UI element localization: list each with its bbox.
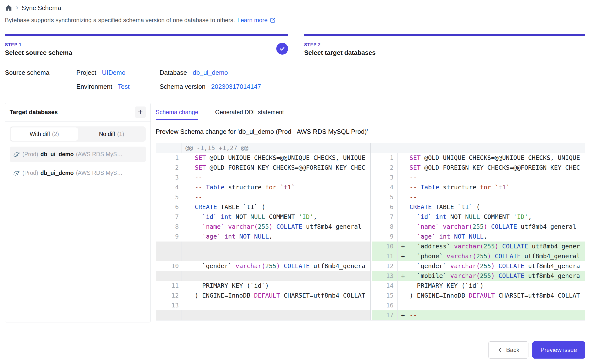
project-link[interactable]: UIDemo (102, 69, 125, 76)
code-line: `age` int NOT NULL, (398, 232, 585, 242)
line-number: 9 (157, 232, 183, 242)
code-line: `gender` varchar(255) COLLATE utf8mb4_ge… (183, 261, 370, 271)
tab-no-diff[interactable]: No diff (1) (78, 127, 145, 141)
diff-code-row: 4-- Table structure for `t1` (371, 182, 585, 192)
project-field-name: Project (76, 69, 96, 76)
database-link[interactable]: db_ui_demo (193, 69, 228, 76)
code-line: `name` varchar(255) COLLATE utf8mb4_gene… (398, 222, 585, 232)
code-line: -- Table structure for `t1` (398, 182, 585, 192)
code-line: SET @OLD_FOREIGN_KEY_CHECKS=@@FOREIGN_KE… (398, 163, 585, 173)
line-number: 1 (372, 153, 398, 163)
target-databases-panel: Target databases + With diff (2) No diff… (5, 103, 151, 322)
database-list-item[interactable]: (Prod) db_ui_demo (AWS RDS MyS… (10, 147, 146, 162)
db-name: db_ui_demo (40, 151, 74, 158)
tab-no-diff-count: (1) (117, 131, 124, 137)
diff-filler-row (156, 242, 370, 251)
learn-more-link[interactable]: Learn more (237, 17, 276, 24)
source-schema-section: Source schema Project - UIDemo Database … (5, 69, 585, 91)
environment-field: Environment - Test (76, 83, 160, 91)
mysql-icon (13, 151, 20, 158)
schema-version-link[interactable]: 20230317014147 (211, 83, 261, 90)
step-1-complete-badge (276, 43, 288, 55)
line-number: 4 (372, 182, 398, 192)
line-number (371, 143, 396, 153)
environment-link[interactable]: Test (118, 83, 130, 90)
preview-tabs: Schema change Generated DDL statement (156, 109, 585, 120)
diff-code-row: 5-- (156, 192, 370, 202)
tab-generated-ddl[interactable]: Generated DDL statement (215, 109, 284, 120)
line-number: 2 (157, 163, 183, 173)
diff-code-row: 13 (156, 301, 370, 310)
tab-with-diff-count: (2) (52, 131, 59, 137)
code-line: + `phone` varchar(255) COLLATE utf8mb4_g… (398, 251, 585, 261)
line-number: 7 (372, 212, 398, 222)
diff-code-row: 7 `id` int NOT NULL COMMENT 'ID', (156, 212, 370, 222)
code-line: + `mobile` varchar(255) COLLATE utf8mb4_… (398, 271, 585, 281)
diff-code-row: 16 (371, 301, 585, 310)
page-title: Sync Schema (22, 4, 61, 12)
code-line: +-- (398, 310, 585, 320)
line-number (156, 251, 181, 261)
code-line: SET @OLD_UNIQUE_CHECKS=@@UNIQUE_CHECKS, … (183, 153, 370, 163)
learn-more-label: Learn more (237, 17, 268, 24)
diff-hunk-header-row (371, 143, 585, 153)
diff-code-row: 6CREATE TABLE `t1` ( (156, 202, 370, 212)
back-button[interactable]: Back (488, 341, 528, 359)
db-environment: (Prod) (22, 170, 38, 176)
schema-preview-area: Schema change Generated DDL statement Pr… (156, 103, 585, 320)
diff-code-row: 9 `age` int NOT NULL, (371, 232, 585, 242)
intro-text-row: Bytebase supports synchronizing a specif… (5, 17, 585, 24)
line-number (156, 310, 181, 320)
line-number: 5 (157, 192, 183, 202)
diff-code-row: 10 `gender` varchar(255) COLLATE utf8mb4… (156, 261, 370, 271)
code-line: PRIMARY KEY (`id`) (183, 281, 370, 291)
code-line: -- (183, 192, 370, 202)
step-1-label: STEP 1 (5, 42, 288, 47)
step-2-label: STEP 2 (304, 42, 585, 47)
home-icon[interactable] (5, 4, 12, 12)
preview-issue-button[interactable]: Preview issue (532, 341, 585, 359)
database-field: Database - db_ui_demo (160, 69, 261, 76)
diff-code-row: 3-- (371, 173, 585, 182)
diff-code-row: 8 `name` varchar(255) COLLATE utf8mb4_ge… (156, 222, 370, 232)
database-list-item[interactable]: (Prod) db_ui_demo (AWS RDS MyS… (10, 165, 146, 181)
db-instance: (AWS RDS MyS… (76, 151, 123, 158)
line-number: 6 (157, 202, 183, 212)
code-line (398, 301, 585, 310)
line-number: 16 (372, 301, 398, 310)
separator: - (96, 69, 102, 76)
line-number: 14 (372, 281, 398, 291)
diff-code-row: 6CREATE TABLE `t1` ( (371, 202, 585, 212)
breadcrumb: › Sync Schema (5, 3, 585, 13)
chevron-left-icon (497, 347, 503, 353)
line-number: 6 (372, 202, 398, 212)
intro-text: Bytebase supports synchronizing a specif… (5, 17, 235, 24)
line-number: 13 (372, 271, 398, 281)
line-number: 5 (372, 192, 398, 202)
diff-filler-row (156, 310, 370, 320)
diff-code-row: 8 `name` varchar(255) COLLATE utf8mb4_ge… (371, 222, 585, 232)
diff-code-row: 17+-- (371, 310, 585, 320)
diff-code-row: 3-- (156, 173, 370, 182)
tab-with-diff[interactable]: With diff (2) (11, 127, 78, 141)
diff-hunk-header-row: @@ -1,15 +1,27 @@ (156, 143, 370, 153)
hunk-header-text: @@ -1,15 +1,27 @@ (181, 143, 370, 153)
hunk-header-text (396, 143, 585, 153)
code-line (181, 251, 370, 261)
line-number: 3 (157, 173, 183, 182)
line-number: 3 (372, 173, 398, 182)
add-target-database-button[interactable]: + (135, 106, 146, 118)
diff-code-row: 2SET @OLD_FOREIGN_KEY_CHECKS=@@FOREIGN_K… (371, 163, 585, 173)
step-2-title: Select target databases (304, 49, 585, 57)
code-line (181, 271, 370, 281)
tab-schema-change[interactable]: Schema change (156, 109, 198, 120)
diff-add-marker: + (399, 271, 410, 281)
preview-title: Preview Schema change for 'db_ui_demo (P… (156, 128, 585, 136)
line-number: 10 (157, 261, 183, 271)
code-line: CREATE TABLE `t1` ( (183, 202, 370, 212)
main-content: Target databases + With diff (2) No diff… (5, 103, 585, 322)
diff-code-row: 5-- (371, 192, 585, 202)
line-number: 12 (157, 291, 183, 301)
line-number (156, 271, 181, 281)
db-environment: (Prod) (22, 151, 38, 158)
